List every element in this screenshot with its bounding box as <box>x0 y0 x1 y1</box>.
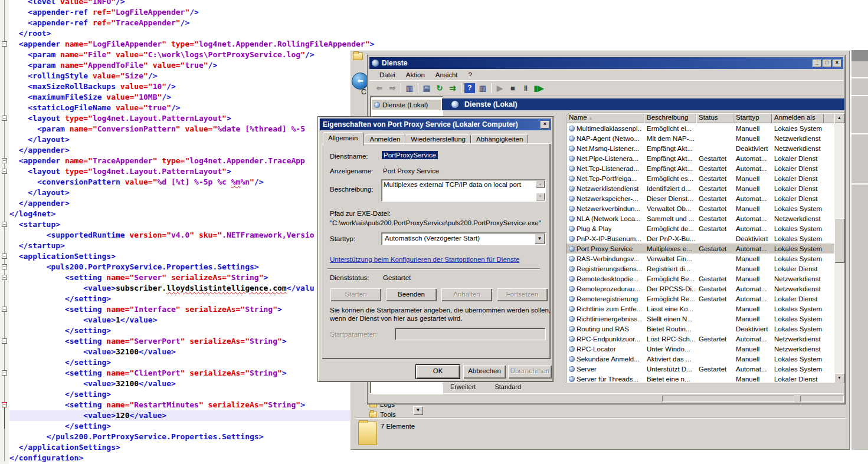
starttyp-combobox[interactable]: Automatisch (Verzögerter Start) ▼ <box>381 232 546 245</box>
code-line[interactable]: <param name="AppendToFile" value="true"/… <box>9 60 374 71</box>
beschreibung-box[interactable]: Multiplexes external TCP/IP data on loca… <box>381 179 546 202</box>
ok-button[interactable]: OK <box>416 365 460 379</box>
services-titlebar[interactable]: Dienste _□× <box>369 57 843 69</box>
explorer-back-button[interactable]: ⇐ <box>352 73 369 90</box>
menu-item[interactable]: Datei <box>374 70 401 80</box>
view-tab-erweitert[interactable]: Erweitert <box>442 383 484 393</box>
table-row[interactable]: Multimediaklassenpl...Ermöglicht ei...Ma… <box>566 123 835 133</box>
table-row[interactable]: PnP-X-IP-Busenum...Der PnP-X-Bu...Deakti… <box>566 233 835 243</box>
desc-scroll-down-icon[interactable]: ▼ <box>536 193 545 200</box>
table-row[interactable]: Net.Tcp-Listenerad...Empfängt Akt...Gest… <box>566 163 835 173</box>
table-row[interactable]: RPC-Endpunktzuor...Löst RPC-Sch...Gestar… <box>566 334 835 344</box>
table-row[interactable]: Remotedesktopdie...Ermöglicht Be...Gesta… <box>566 274 835 284</box>
column-header-status[interactable]: Status <box>696 113 733 123</box>
code-line[interactable]: <value>120</value> <box>9 410 374 421</box>
table-row[interactable]: Routing und RASBietet Routin...Deaktivie… <box>566 324 835 334</box>
table-row[interactable]: Net.Tcp-Portfreiga...Ermöglicht es...Ges… <box>566 173 835 183</box>
extended-view-icon[interactable]: ▥ <box>476 82 489 94</box>
dialog-titlebar[interactable]: Eigenschaften von Port Proxy Service (Lo… <box>320 119 551 130</box>
properties-icon[interactable]: ▤ <box>420 82 433 94</box>
menu-item[interactable]: Aktion <box>401 70 430 80</box>
table-row[interactable]: NAP-Agent (Netwo...Mit dem NAP-...Manuel… <box>566 133 835 143</box>
code-line[interactable]: </setting> <box>9 389 374 400</box>
restart-service-icon[interactable]: ▮▶ <box>532 82 545 94</box>
table-row[interactable]: NetzwerklistendienstIdentifiziert d...Ge… <box>566 183 835 193</box>
table-row[interactable]: Sekundäre Anmeld...Aktiviert das ...Manu… <box>566 354 835 364</box>
column-header-anmelden-als[interactable]: Anmelden als <box>772 113 824 123</box>
export-list-icon[interactable]: ⇉ <box>446 82 459 94</box>
fold-marker[interactable]: − <box>2 264 7 269</box>
refresh-icon[interactable]: ↻ <box>433 82 446 94</box>
code-line[interactable]: <maxSizeRollBackups value="10"/> <box>9 81 374 92</box>
table-row[interactable]: Remoteprozedurau...Der RPCSS-Di...Gestar… <box>566 284 835 294</box>
code-line[interactable]: <param name="File" value="C:\work\logs\P… <box>9 50 374 60</box>
code-line[interactable]: <level value="INFO"/> <box>9 0 374 7</box>
table-row[interactable]: Richtlinie zum Entfe...Lässt eine Ko...M… <box>566 304 835 314</box>
startparameter-input[interactable] <box>395 328 546 340</box>
table-row[interactable]: NLA (Network Loca...Sammelt und ...Gesta… <box>566 213 835 223</box>
fold-marker[interactable]: − <box>2 338 7 344</box>
table-row[interactable]: Plug & PlayErmöglicht de...GestartetAuto… <box>566 223 835 233</box>
explorer-combo-arrow[interactable]: ▼ <box>413 406 423 415</box>
dienstname-value[interactable]: PortProxyService <box>382 152 438 159</box>
fold-marker[interactable]: − <box>2 41 7 47</box>
table-row[interactable]: ServerUnterstützt D...GestartetAutomat..… <box>566 364 835 374</box>
fold-marker[interactable]: − <box>2 370 7 376</box>
fold-marker[interactable]: − <box>2 158 7 163</box>
code-line[interactable]: <appender name="LogFileAppender" type="l… <box>9 39 374 50</box>
fold-marker[interactable]: − <box>2 222 7 227</box>
scroll-thumb[interactable] <box>834 218 844 263</box>
table-row[interactable]: RemoteregistrierungErmöglicht Re...Gesta… <box>566 294 835 304</box>
tab-allgemein[interactable]: Allgemein <box>323 132 363 146</box>
column-header-beschreibung[interactable]: Beschreibung <box>644 113 696 123</box>
table-row[interactable]: Server für Threads...Bietet eine n...Man… <box>566 374 835 383</box>
desc-scroll-up-icon[interactable]: ▲ <box>536 180 545 188</box>
show-console-tree-icon[interactable]: ▥ <box>403 82 416 94</box>
startup-options-help-link[interactable]: Unterstützung beim Konfigurieren der Sta… <box>330 256 520 263</box>
code-line[interactable]: </configuration> <box>9 453 374 463</box>
fold-marker[interactable]: − <box>2 116 7 121</box>
fold-marker[interactable]: − <box>2 169 7 174</box>
table-row[interactable]: Netzwerkverbindun...Verwaltet Ob...Gesta… <box>566 203 835 213</box>
menu-item[interactable]: Ansicht <box>430 70 463 80</box>
code-line[interactable]: </setting> <box>9 421 374 432</box>
help-icon[interactable]: ? <box>464 83 475 93</box>
column-header-starttyp[interactable]: Starttyp <box>733 113 772 123</box>
chevron-down-icon[interactable]: ▼ <box>535 233 545 244</box>
fold-marker[interactable]: − <box>2 402 7 407</box>
fold-marker[interactable]: − <box>2 275 7 280</box>
scroll-down-button[interactable]: ▼ <box>834 373 844 383</box>
table-row[interactable]: Port Proxy ServiceMultiplexes e...Gestar… <box>566 243 835 254</box>
code-line[interactable]: <appender-ref ref="LogFileAppender"/> <box>9 7 374 18</box>
abbrechen-button[interactable]: Abbrechen <box>463 365 506 379</box>
close-button[interactable]: × <box>833 60 841 67</box>
start-service-icon[interactable]: ▶ <box>493 82 506 94</box>
view-tab-standard[interactable]: Standard <box>486 383 529 393</box>
maximize-button[interactable]: □ <box>823 60 831 67</box>
table-row[interactable]: Netzwerkspeicher-...Dieser Dienst...Gest… <box>566 193 835 203</box>
code-line[interactable]: <staticLogFileName value="true"/> <box>9 103 374 113</box>
pause-service-icon[interactable]: ‖ <box>519 82 532 94</box>
fold-marker[interactable]: − <box>2 254 7 259</box>
code-line[interactable]: <appender-ref ref="TraceAppender"/> <box>9 18 374 28</box>
menu-item[interactable]: ? <box>463 70 477 80</box>
table-row[interactable]: Net.Pipe-Listenera...Empfängt Akt...Gest… <box>566 153 835 163</box>
code-line[interactable]: <rollingStyle value="Size"/> <box>9 71 374 81</box>
back-icon[interactable]: ⇐ <box>373 82 386 94</box>
table-row[interactable]: Richtlinienergebniss...Stellt einen N...… <box>566 314 835 324</box>
stop-service-icon[interactable]: ■ <box>506 82 519 94</box>
scroll-up-button[interactable]: ▲ <box>834 113 844 123</box>
table-row[interactable]: RPC-LocatorUnter Windo...ManuellNetzwerk… <box>566 344 835 354</box>
forward-icon[interactable]: ⇒ <box>386 82 399 94</box>
beenden-button[interactable]: Beenden <box>386 288 437 301</box>
code-line[interactable]: </puls200.PortProxyService.Properties.Se… <box>9 432 374 442</box>
table-row[interactable]: Net.Msmq-Listener...Empfängt Akt...Deakt… <box>566 143 835 153</box>
code-line[interactable]: </applicationSettings> <box>9 442 374 453</box>
table-row[interactable]: Registrierungsdiens...Registriert di...M… <box>566 264 835 274</box>
minimize-button[interactable]: _ <box>813 60 821 67</box>
services-list-scrollbar[interactable]: ▲ ▼ <box>834 113 844 383</box>
code-line[interactable]: <maximumFileSize value="10MB"/> <box>9 92 374 103</box>
table-row[interactable]: RAS-Verbindungsv...Verwaltet Ein...Manue… <box>566 254 835 264</box>
code-line[interactable]: <setting name="RestartMinutes" serialize… <box>9 400 374 410</box>
fold-marker[interactable]: − <box>2 307 7 312</box>
